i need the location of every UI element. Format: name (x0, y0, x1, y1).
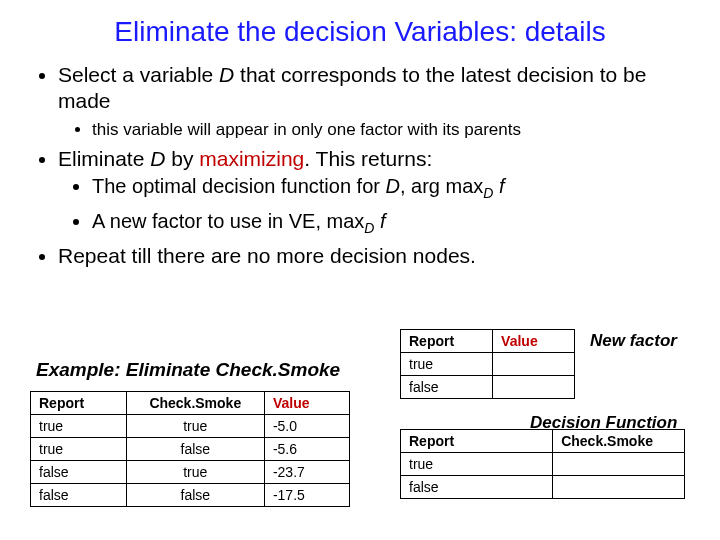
table-row: false (401, 376, 575, 399)
bullet-3: Repeat till there are no more decision n… (58, 243, 690, 269)
decision-function-label: Decision Function (530, 413, 677, 433)
cell: -23.7 (264, 461, 349, 484)
bullet-1: Select a variable D that corresponds to … (58, 62, 690, 140)
cell: true (126, 415, 264, 438)
subscript-D: D (483, 185, 493, 201)
cell (553, 476, 685, 499)
cell: false (126, 484, 264, 507)
table-header-row: Report Check.Smoke Value (31, 392, 350, 415)
sub-list: this variable will appear in only one fa… (58, 119, 690, 140)
new-factor-table: Report Value true false (400, 329, 575, 399)
text: . This returns: (304, 147, 432, 170)
table-row: false (401, 476, 685, 499)
cell: true (31, 438, 127, 461)
left-column: Example: Eliminate Check.Smoke Report Ch… (30, 345, 380, 507)
cell: true (401, 453, 553, 476)
bullet-2: Eliminate D by maximizing. This returns:… (58, 146, 690, 237)
col-report: Report (401, 330, 493, 353)
table-row: truefalse-5.6 (31, 438, 350, 461)
cell: true (126, 461, 264, 484)
text: by (165, 147, 199, 170)
col-value: Value (264, 392, 349, 415)
text: A new factor to use in VE, max (92, 210, 364, 232)
table-row: true (401, 453, 685, 476)
sub-list: The optimal decision function for D, arg… (58, 174, 690, 237)
slide: Eliminate the decision Variables: detail… (0, 0, 720, 540)
cell: false (31, 484, 127, 507)
text: Eliminate (58, 147, 150, 170)
cell (553, 453, 685, 476)
example-label: Example: Eliminate Check.Smoke (36, 359, 380, 381)
cell: -17.5 (264, 484, 349, 507)
var-f: f (493, 175, 504, 197)
cell (493, 376, 575, 399)
var-f: f (374, 210, 385, 232)
var-D: D (386, 175, 400, 197)
cell: false (31, 461, 127, 484)
subscript-D: D (364, 220, 374, 236)
decision-function-table: Report Check.Smoke true false (400, 429, 685, 499)
bullet-2-sub1: The optimal decision function for D, arg… (92, 174, 690, 203)
table-row: truetrue-5.0 (31, 415, 350, 438)
right-column: New factor Report Value true false Decis… (400, 329, 700, 499)
cell: false (401, 376, 493, 399)
bullet-1-sub: this variable will appear in only one fa… (92, 119, 690, 140)
var-D: D (219, 63, 234, 86)
text: The optimal decision function for (92, 175, 386, 197)
text: Select a variable (58, 63, 219, 86)
col-report: Report (31, 392, 127, 415)
tables-area: Example: Eliminate Check.Smoke Report Ch… (30, 345, 698, 530)
bullet-list: Select a variable D that corresponds to … (30, 62, 690, 269)
table-header-row: Report Value (401, 330, 575, 353)
example-table: Report Check.Smoke Value truetrue-5.0 tr… (30, 391, 350, 507)
text: , arg max (400, 175, 483, 197)
col-value: Value (493, 330, 575, 353)
cell: false (401, 476, 553, 499)
cell (493, 353, 575, 376)
cell: -5.6 (264, 438, 349, 461)
slide-title: Eliminate the decision Variables: detail… (30, 16, 690, 48)
table-row: falsetrue-23.7 (31, 461, 350, 484)
cell: true (31, 415, 127, 438)
cell: -5.0 (264, 415, 349, 438)
maximizing-word: maximizing (199, 147, 304, 170)
new-factor-label: New factor (590, 331, 677, 351)
cell: false (126, 438, 264, 461)
table-row: falsefalse-17.5 (31, 484, 350, 507)
bullet-2-sub2: A new factor to use in VE, maxD f (92, 209, 690, 238)
cell: true (401, 353, 493, 376)
col-checksmoke: Check.Smoke (126, 392, 264, 415)
table-row: true (401, 353, 575, 376)
var-D: D (150, 147, 165, 170)
